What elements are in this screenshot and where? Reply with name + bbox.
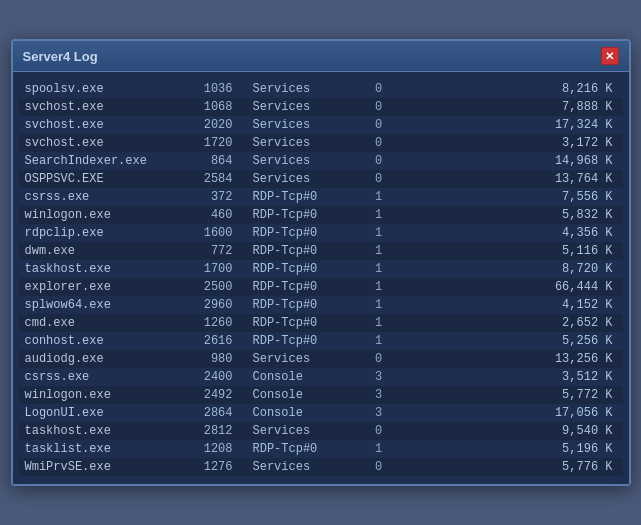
process-session: RDP-Tcp#0 <box>239 206 359 224</box>
process-pid: 2500 <box>179 278 239 296</box>
process-session-num: 0 <box>359 134 399 152</box>
process-pid: 2812 <box>179 422 239 440</box>
process-pid: 2616 <box>179 332 239 350</box>
process-session-num: 1 <box>359 332 399 350</box>
process-session-num: 3 <box>359 368 399 386</box>
process-pid: 1276 <box>179 458 239 476</box>
process-pid: 2960 <box>179 296 239 314</box>
process-session: RDP-Tcp#0 <box>239 314 359 332</box>
process-mem: 5,776 K <box>399 458 623 476</box>
process-session-num: 1 <box>359 206 399 224</box>
process-pid: 2864 <box>179 404 239 422</box>
process-session-num: 1 <box>359 296 399 314</box>
table-row: svchost.exe 2020 Services 0 17,324 K <box>19 116 623 134</box>
process-session: RDP-Tcp#0 <box>239 188 359 206</box>
process-session: Services <box>239 458 359 476</box>
process-mem: 4,152 K <box>399 296 623 314</box>
process-name: csrss.exe <box>19 188 179 206</box>
table-row: winlogon.exe 460 RDP-Tcp#0 1 5,832 K <box>19 206 623 224</box>
table-row: WmiPrvSE.exe 1276 Services 0 5,776 K <box>19 458 623 476</box>
table-row: svchost.exe 1068 Services 0 7,888 K <box>19 98 623 116</box>
process-pid: 372 <box>179 188 239 206</box>
process-mem: 13,256 K <box>399 350 623 368</box>
process-table: spoolsv.exe 1036 Services 0 8,216 K svch… <box>19 80 623 476</box>
process-session-num: 0 <box>359 170 399 188</box>
close-button[interactable]: ✕ <box>601 47 619 65</box>
process-session: RDP-Tcp#0 <box>239 440 359 458</box>
process-pid: 1720 <box>179 134 239 152</box>
process-mem: 5,256 K <box>399 332 623 350</box>
process-session-num: 0 <box>359 458 399 476</box>
process-name: spoolsv.exe <box>19 80 179 98</box>
table-row: svchost.exe 1720 Services 0 3,172 K <box>19 134 623 152</box>
process-pid: 2020 <box>179 116 239 134</box>
process-pid: 460 <box>179 206 239 224</box>
process-session-num: 3 <box>359 404 399 422</box>
process-name: cmd.exe <box>19 314 179 332</box>
process-name: OSPPSVC.EXE <box>19 170 179 188</box>
server-log-window: Server4 Log ✕ spoolsv.exe 1036 Services … <box>11 39 631 486</box>
process-session-num: 0 <box>359 116 399 134</box>
process-pid: 1036 <box>179 80 239 98</box>
process-session-num: 0 <box>359 422 399 440</box>
process-mem: 5,832 K <box>399 206 623 224</box>
process-name: SearchIndexer.exe <box>19 152 179 170</box>
table-row: audiodg.exe 980 Services 0 13,256 K <box>19 350 623 368</box>
table-row: csrss.exe 372 RDP-Tcp#0 1 7,556 K <box>19 188 623 206</box>
process-name: winlogon.exe <box>19 386 179 404</box>
process-session-num: 0 <box>359 80 399 98</box>
process-name: taskhost.exe <box>19 422 179 440</box>
process-pid: 772 <box>179 242 239 260</box>
process-mem: 66,444 K <box>399 278 623 296</box>
table-row: conhost.exe 2616 RDP-Tcp#0 1 5,256 K <box>19 332 623 350</box>
process-mem: 8,216 K <box>399 80 623 98</box>
table-row: taskhost.exe 2812 Services 0 9,540 K <box>19 422 623 440</box>
process-session: Services <box>239 80 359 98</box>
process-mem: 5,772 K <box>399 386 623 404</box>
process-name: conhost.exe <box>19 332 179 350</box>
process-session: Console <box>239 368 359 386</box>
process-pid: 1260 <box>179 314 239 332</box>
window-title: Server4 Log <box>23 49 98 64</box>
process-session-num: 0 <box>359 152 399 170</box>
process-session: Services <box>239 350 359 368</box>
table-row: explorer.exe 2500 RDP-Tcp#0 1 66,444 K <box>19 278 623 296</box>
table-row: dwm.exe 772 RDP-Tcp#0 1 5,116 K <box>19 242 623 260</box>
process-mem: 5,116 K <box>399 242 623 260</box>
table-row: splwow64.exe 2960 RDP-Tcp#0 1 4,152 K <box>19 296 623 314</box>
process-mem: 13,764 K <box>399 170 623 188</box>
process-name: explorer.exe <box>19 278 179 296</box>
process-name: tasklist.exe <box>19 440 179 458</box>
table-row: SearchIndexer.exe 864 Services 0 14,968 … <box>19 152 623 170</box>
process-session-num: 1 <box>359 278 399 296</box>
process-name: splwow64.exe <box>19 296 179 314</box>
process-session-num: 1 <box>359 242 399 260</box>
process-pid: 2584 <box>179 170 239 188</box>
process-name: LogonUI.exe <box>19 404 179 422</box>
table-row: spoolsv.exe 1036 Services 0 8,216 K <box>19 80 623 98</box>
process-pid: 2400 <box>179 368 239 386</box>
titlebar: Server4 Log ✕ <box>13 41 629 72</box>
process-session-num: 1 <box>359 440 399 458</box>
process-session-num: 1 <box>359 224 399 242</box>
process-session-num: 1 <box>359 188 399 206</box>
process-mem: 7,888 K <box>399 98 623 116</box>
process-session-num: 1 <box>359 314 399 332</box>
process-pid: 1208 <box>179 440 239 458</box>
process-session: Services <box>239 170 359 188</box>
process-pid: 2492 <box>179 386 239 404</box>
process-pid: 1068 <box>179 98 239 116</box>
process-session-num: 1 <box>359 260 399 278</box>
process-name: taskhost.exe <box>19 260 179 278</box>
process-pid: 1700 <box>179 260 239 278</box>
process-session: Services <box>239 422 359 440</box>
table-row: cmd.exe 1260 RDP-Tcp#0 1 2,652 K <box>19 314 623 332</box>
process-pid: 1600 <box>179 224 239 242</box>
process-session: Console <box>239 386 359 404</box>
process-session-num: 0 <box>359 350 399 368</box>
process-name: dwm.exe <box>19 242 179 260</box>
process-mem: 4,356 K <box>399 224 623 242</box>
process-session: RDP-Tcp#0 <box>239 278 359 296</box>
table-row: taskhost.exe 1700 RDP-Tcp#0 1 8,720 K <box>19 260 623 278</box>
table-row: LogonUI.exe 2864 Console 3 17,056 K <box>19 404 623 422</box>
